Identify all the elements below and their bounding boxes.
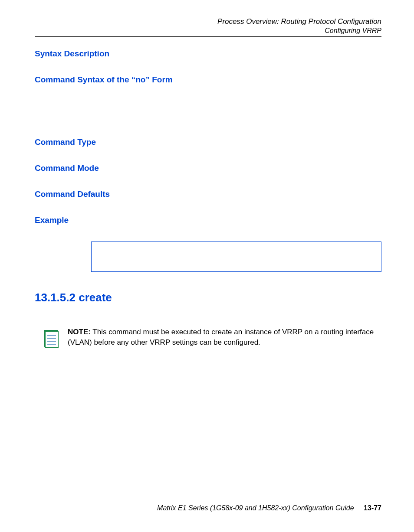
heading-command-defaults: Command Defaults	[35, 189, 381, 199]
heading-example: Example	[35, 215, 381, 225]
example-code-box	[91, 242, 381, 272]
header-section-title: Configuring VRRP	[35, 27, 381, 35]
svg-rect-1	[45, 331, 58, 348]
footer-page-number: 13-77	[364, 504, 381, 512]
note-body: This command must be executed to create …	[68, 328, 374, 346]
note-icon	[43, 328, 60, 349]
heading-syntax-description: Syntax Description	[35, 49, 381, 59]
heading-create-section: 13.1.5.2 create	[35, 291, 381, 304]
note-label: NOTE:	[68, 328, 91, 336]
heading-command-mode: Command Mode	[35, 163, 381, 173]
heading-command-type: Command Type	[35, 137, 381, 147]
note-block: NOTE: This command must be executed to c…	[43, 327, 381, 349]
header-divider	[35, 36, 381, 37]
heading-command-syntax-no-form: Command Syntax of the “no” Form	[35, 75, 381, 85]
header-chapter-title: Process Overview: Routing Protocol Confi…	[35, 17, 381, 26]
footer-guide-title: Matrix E1 Series (1G58x-09 and 1H582-xx)…	[157, 504, 354, 512]
note-text: NOTE: This command must be executed to c…	[68, 327, 381, 348]
page-footer: Matrix E1 Series (1G58x-09 and 1H582-xx)…	[157, 504, 381, 512]
